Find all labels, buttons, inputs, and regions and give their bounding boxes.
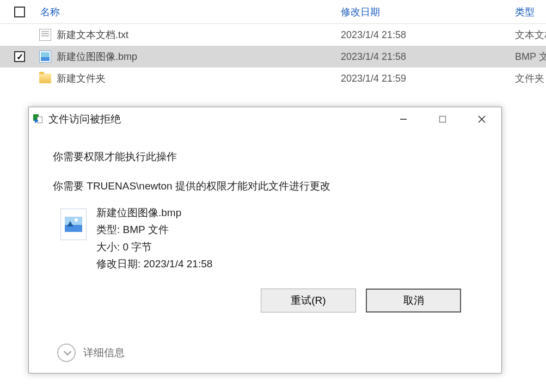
dialog-body: 你需要权限才能执行此操作 你需要 TRUENAS\newton 提供的权限才能对… xyxy=(29,131,501,373)
svg-rect-1 xyxy=(440,117,446,122)
access-denied-dialog: 文件访问被拒绝 你需要权限才能执行此操作 你需要 TRUENAS\newton … xyxy=(28,107,502,373)
file-info-type: 类型: BMP 文件 xyxy=(96,221,212,238)
column-header-row: 名称 修改日期 类型 xyxy=(0,0,546,24)
file-name: 新建位图图像.bmp xyxy=(57,50,137,63)
close-button[interactable] xyxy=(462,107,501,131)
chevron-down-icon xyxy=(57,344,76,362)
column-header-type[interactable]: 类型 xyxy=(511,5,546,19)
file-row[interactable]: 新建文本文档.txt 2023/1/4 21:58 文本文档 xyxy=(0,24,546,46)
column-header-name[interactable]: 名称 xyxy=(39,5,336,19)
select-all-checkbox[interactable] xyxy=(14,7,25,17)
file-row[interactable]: 新建位图图像.bmp 2023/1/4 21:58 BMP 文件 xyxy=(0,46,546,68)
file-info-name: 新建位图图像.bmp xyxy=(96,204,212,221)
bmp-file-icon xyxy=(60,209,87,240)
file-date: 2023/1/4 21:58 xyxy=(336,51,511,63)
file-type: 文本文档 xyxy=(511,28,546,41)
cancel-button[interactable]: 取消 xyxy=(366,289,461,313)
file-type: 文件夹 xyxy=(511,72,546,85)
file-row[interactable]: 新建文件夹 2023/1/4 21:59 文件夹 xyxy=(0,68,546,89)
dialog-message-secondary: 你需要 TRUENAS\newton 提供的权限才能对此文件进行更改 xyxy=(53,179,477,193)
txt-file-icon xyxy=(39,29,51,41)
minimize-button[interactable] xyxy=(384,107,423,131)
column-header-date[interactable]: 修改日期 xyxy=(336,5,511,19)
file-type: BMP 文件 xyxy=(511,50,546,63)
header-checkbox-col[interactable] xyxy=(0,7,39,17)
details-label: 详细信息 xyxy=(83,346,125,360)
dialog-message-primary: 你需要权限才能执行此操作 xyxy=(53,150,477,164)
file-info-block: 新建位图图像.bmp 类型: BMP 文件 大小: 0 字节 修改日期: 202… xyxy=(53,204,477,272)
dialog-button-row: 重试(R) 取消 xyxy=(53,289,477,313)
details-toggle[interactable]: 详细信息 xyxy=(57,344,125,362)
file-list: 名称 修改日期 类型 新建文本文档.txt 2023/1/4 21:58 文本文… xyxy=(0,0,546,89)
folder-icon xyxy=(39,74,51,83)
file-info-mtime: 修改日期: 2023/1/4 21:58 xyxy=(96,255,212,272)
file-name: 新建文件夹 xyxy=(57,72,106,85)
file-info-size: 大小: 0 字节 xyxy=(96,238,212,255)
maximize-button[interactable] xyxy=(423,107,462,131)
dialog-titlebar[interactable]: 文件访问被拒绝 xyxy=(29,107,501,131)
dialog-title: 文件访问被拒绝 xyxy=(48,112,121,126)
file-date: 2023/1/4 21:59 xyxy=(336,73,511,84)
retry-button[interactable]: 重试(R) xyxy=(261,289,356,313)
file-date: 2023/1/4 21:58 xyxy=(336,29,511,41)
row-checkbox[interactable] xyxy=(14,51,25,62)
file-name: 新建文本文档.txt xyxy=(57,28,128,41)
file-transfer-icon xyxy=(33,114,45,124)
bmp-file-icon xyxy=(39,51,51,63)
